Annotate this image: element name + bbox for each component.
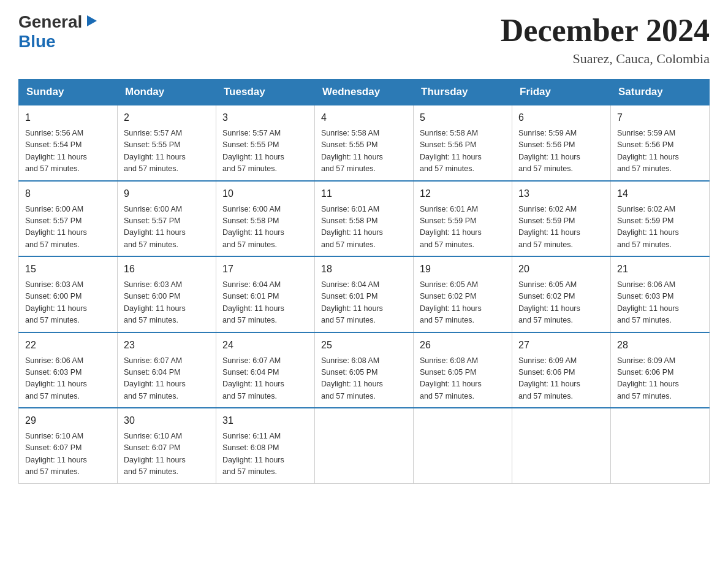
table-row: 21 Sunrise: 6:06 AM Sunset: 6:03 PM Dayl… <box>611 256 710 332</box>
day-number: 7 <box>617 110 703 125</box>
svg-marker-0 <box>87 15 97 26</box>
col-tuesday: Tuesday <box>216 80 315 105</box>
day-number: 19 <box>420 262 506 277</box>
day-info: Sunrise: 5:56 AM Sunset: 5:54 PM Dayligh… <box>25 128 111 175</box>
day-number: 27 <box>518 338 604 353</box>
day-info: Sunrise: 6:01 AM Sunset: 5:59 PM Dayligh… <box>420 204 506 251</box>
col-saturday: Saturday <box>611 80 710 105</box>
day-info: Sunrise: 5:58 AM Sunset: 5:55 PM Dayligh… <box>321 128 407 175</box>
table-row <box>315 408 414 483</box>
table-row: 24 Sunrise: 6:07 AM Sunset: 6:04 PM Dayl… <box>216 332 315 408</box>
day-number: 30 <box>124 413 210 428</box>
day-info: Sunrise: 6:02 AM Sunset: 5:59 PM Dayligh… <box>617 204 703 251</box>
table-row: 26 Sunrise: 6:08 AM Sunset: 6:05 PM Dayl… <box>414 332 512 408</box>
table-row: 22 Sunrise: 6:06 AM Sunset: 6:03 PM Dayl… <box>19 332 118 408</box>
day-number: 16 <box>124 262 210 277</box>
day-info: Sunrise: 6:04 AM Sunset: 6:01 PM Dayligh… <box>321 279 407 327</box>
day-info: Sunrise: 6:03 AM Sunset: 6:00 PM Dayligh… <box>124 279 210 327</box>
table-row: 15 Sunrise: 6:03 AM Sunset: 6:00 PM Dayl… <box>19 256 118 332</box>
table-row: 1 Sunrise: 5:56 AM Sunset: 5:54 PM Dayli… <box>19 105 118 181</box>
day-number: 23 <box>124 338 210 353</box>
day-info: Sunrise: 6:04 AM Sunset: 6:01 PM Dayligh… <box>222 279 308 327</box>
col-sunday: Sunday <box>19 80 118 105</box>
table-row: 19 Sunrise: 6:05 AM Sunset: 6:02 PM Dayl… <box>414 256 512 332</box>
day-info: Sunrise: 6:00 AM Sunset: 5:58 PM Dayligh… <box>222 204 308 251</box>
table-row: 27 Sunrise: 6:09 AM Sunset: 6:06 PM Dayl… <box>512 332 611 408</box>
table-row: 5 Sunrise: 5:58 AM Sunset: 5:56 PM Dayli… <box>414 105 512 181</box>
day-number: 15 <box>25 262 111 277</box>
table-row: 31 Sunrise: 6:11 AM Sunset: 6:08 PM Dayl… <box>216 408 315 483</box>
table-row <box>611 408 710 483</box>
day-info: Sunrise: 6:07 AM Sunset: 6:04 PM Dayligh… <box>124 355 210 403</box>
calendar-week-row: 15 Sunrise: 6:03 AM Sunset: 6:00 PM Dayl… <box>19 256 710 332</box>
table-row: 20 Sunrise: 6:05 AM Sunset: 6:02 PM Dayl… <box>512 256 611 332</box>
day-info: Sunrise: 6:07 AM Sunset: 6:04 PM Dayligh… <box>222 355 308 403</box>
day-info: Sunrise: 5:58 AM Sunset: 5:56 PM Dayligh… <box>420 128 506 175</box>
day-number: 11 <box>321 186 407 201</box>
day-number: 6 <box>518 110 604 125</box>
col-wednesday: Wednesday <box>315 80 414 105</box>
day-number: 8 <box>25 186 111 201</box>
day-number: 5 <box>420 110 506 125</box>
day-info: Sunrise: 6:00 AM Sunset: 5:57 PM Dayligh… <box>25 204 111 251</box>
table-row: 17 Sunrise: 6:04 AM Sunset: 6:01 PM Dayl… <box>216 256 315 332</box>
table-row: 2 Sunrise: 5:57 AM Sunset: 5:55 PM Dayli… <box>118 105 216 181</box>
table-row: 8 Sunrise: 6:00 AM Sunset: 5:57 PM Dayli… <box>19 181 118 257</box>
day-number: 21 <box>617 262 703 277</box>
day-number: 25 <box>321 338 407 353</box>
calendar-week-row: 8 Sunrise: 6:00 AM Sunset: 5:57 PM Dayli… <box>19 181 710 257</box>
day-info: Sunrise: 6:01 AM Sunset: 5:58 PM Dayligh… <box>321 204 407 251</box>
day-number: 22 <box>25 338 111 353</box>
day-number: 1 <box>25 110 111 125</box>
day-number: 17 <box>222 262 308 277</box>
day-info: Sunrise: 6:08 AM Sunset: 6:05 PM Dayligh… <box>321 355 407 403</box>
day-number: 2 <box>124 110 210 125</box>
day-number: 28 <box>617 338 703 353</box>
day-info: Sunrise: 6:09 AM Sunset: 6:06 PM Dayligh… <box>518 355 604 403</box>
table-row: 30 Sunrise: 6:10 AM Sunset: 6:07 PM Dayl… <box>118 408 216 483</box>
day-info: Sunrise: 6:10 AM Sunset: 6:07 PM Dayligh… <box>25 431 111 478</box>
day-info: Sunrise: 5:57 AM Sunset: 5:55 PM Dayligh… <box>124 128 210 175</box>
table-row: 9 Sunrise: 6:00 AM Sunset: 5:57 PM Dayli… <box>118 181 216 257</box>
table-row: 4 Sunrise: 5:58 AM Sunset: 5:55 PM Dayli… <box>315 105 414 181</box>
table-row: 6 Sunrise: 5:59 AM Sunset: 5:56 PM Dayli… <box>512 105 611 181</box>
table-row: 3 Sunrise: 5:57 AM Sunset: 5:55 PM Dayli… <box>216 105 315 181</box>
table-row: 12 Sunrise: 6:01 AM Sunset: 5:59 PM Dayl… <box>414 181 512 257</box>
table-row: 18 Sunrise: 6:04 AM Sunset: 6:01 PM Dayl… <box>315 256 414 332</box>
logo-general-text: General <box>18 12 82 32</box>
day-info: Sunrise: 6:09 AM Sunset: 6:06 PM Dayligh… <box>617 355 703 403</box>
calendar-week-row: 22 Sunrise: 6:06 AM Sunset: 6:03 PM Dayl… <box>19 332 710 408</box>
table-row: 7 Sunrise: 5:59 AM Sunset: 5:56 PM Dayli… <box>611 105 710 181</box>
table-row <box>512 408 611 483</box>
month-title: December 2024 <box>501 12 710 48</box>
day-number: 9 <box>124 186 210 201</box>
table-row: 23 Sunrise: 6:07 AM Sunset: 6:04 PM Dayl… <box>118 332 216 408</box>
logo-triangle-icon <box>85 14 98 28</box>
col-friday: Friday <box>512 80 611 105</box>
day-number: 31 <box>222 413 308 428</box>
day-number: 26 <box>420 338 506 353</box>
calendar-table: Sunday Monday Tuesday Wednesday Thursday… <box>18 79 710 484</box>
day-number: 12 <box>420 186 506 201</box>
day-info: Sunrise: 6:02 AM Sunset: 5:59 PM Dayligh… <box>518 204 604 251</box>
day-info: Sunrise: 6:10 AM Sunset: 6:07 PM Dayligh… <box>124 431 210 478</box>
day-number: 14 <box>617 186 703 201</box>
day-info: Sunrise: 6:05 AM Sunset: 6:02 PM Dayligh… <box>518 279 604 327</box>
location-subtitle: Suarez, Cauca, Colombia <box>501 51 710 67</box>
day-number: 18 <box>321 262 407 277</box>
day-number: 3 <box>222 110 308 125</box>
day-info: Sunrise: 6:08 AM Sunset: 6:05 PM Dayligh… <box>420 355 506 403</box>
table-row: 14 Sunrise: 6:02 AM Sunset: 5:59 PM Dayl… <box>611 181 710 257</box>
table-row: 13 Sunrise: 6:02 AM Sunset: 5:59 PM Dayl… <box>512 181 611 257</box>
col-monday: Monday <box>118 80 216 105</box>
table-row <box>414 408 512 483</box>
day-number: 4 <box>321 110 407 125</box>
logo-blue-text: Blue <box>18 32 56 52</box>
day-info: Sunrise: 5:59 AM Sunset: 5:56 PM Dayligh… <box>518 128 604 175</box>
table-row: 28 Sunrise: 6:09 AM Sunset: 6:06 PM Dayl… <box>611 332 710 408</box>
day-info: Sunrise: 6:00 AM Sunset: 5:57 PM Dayligh… <box>124 204 210 251</box>
day-number: 20 <box>518 262 604 277</box>
day-info: Sunrise: 6:11 AM Sunset: 6:08 PM Dayligh… <box>222 431 308 478</box>
day-info: Sunrise: 6:06 AM Sunset: 6:03 PM Dayligh… <box>25 355 111 403</box>
calendar-week-row: 29 Sunrise: 6:10 AM Sunset: 6:07 PM Dayl… <box>19 408 710 483</box>
